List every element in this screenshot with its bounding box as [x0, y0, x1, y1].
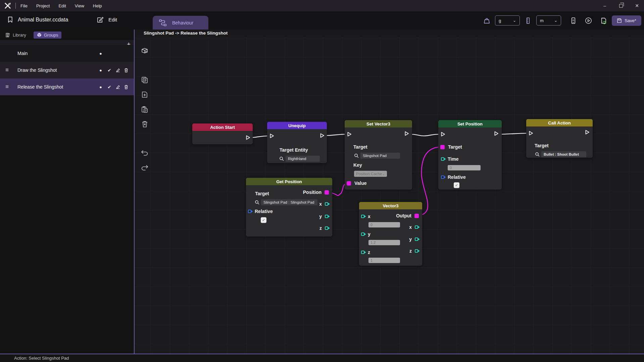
z-in-port[interactable] — [361, 251, 364, 254]
check-icon[interactable]: ✔ — [106, 67, 113, 73]
close-button[interactable]: ✕ — [633, 1, 641, 10]
chevron-down-icon: ⌄ — [513, 18, 516, 23]
edit-icon — [97, 16, 104, 23]
relative-checkbox[interactable]: ✔ — [261, 217, 266, 223]
time-in-port[interactable] — [441, 157, 444, 161]
exec-in-port[interactable] — [347, 132, 352, 137]
node-action-start[interactable]: Action Start — [192, 123, 253, 144]
edit-mode-button[interactable]: Edit — [97, 16, 117, 23]
node-canvas[interactable]: Slingshot Pad -> Release the Slingshot — [135, 30, 644, 354]
rename-icon[interactable] — [114, 84, 121, 90]
y-in-port[interactable] — [361, 232, 364, 236]
z-out-port[interactable] — [415, 249, 418, 253]
z-out-port[interactable] — [325, 226, 328, 230]
x-out-port[interactable] — [415, 225, 418, 229]
node-get-position[interactable]: Get Position Target Slingshot Pad : Slin… — [246, 178, 332, 237]
node-title: Get Position — [246, 178, 332, 185]
length-unit-select[interactable]: m ⌄ — [536, 15, 561, 25]
delete-node-button[interactable] — [141, 120, 149, 128]
copy-button[interactable] — [141, 76, 149, 84]
group-row-release-the-slingshot[interactable]: ≡ Release the Slingshot ● ✔ — [0, 79, 134, 95]
rename-icon[interactable] — [114, 67, 121, 73]
wire-setvector3-setposition — [410, 134, 440, 136]
redo-button[interactable] — [141, 164, 149, 172]
drag-handle-icon[interactable]: ≡ — [5, 84, 8, 90]
paste-button[interactable] — [141, 105, 149, 113]
target-field[interactable]: Slingshot Pad — [360, 153, 400, 159]
add-node-button[interactable] — [141, 91, 149, 99]
x-input[interactable]: 0 — [368, 222, 400, 227]
node-title: Vector3 — [359, 202, 422, 209]
sidebar-tabs: Library Groups — [2, 31, 61, 39]
device-preview-icon[interactable] — [570, 17, 577, 24]
node-set-vector3[interactable]: Set Vector3 Target Slingshot Pad Key Pos… — [345, 120, 412, 190]
node-palette-button[interactable] — [141, 47, 149, 55]
relative-checkbox[interactable]: ✔ — [454, 183, 459, 188]
delete-icon[interactable] — [123, 67, 130, 73]
menu-edit[interactable]: Edit — [58, 3, 66, 8]
menu-help[interactable]: Help — [93, 3, 102, 8]
x-in-port[interactable] — [361, 215, 364, 218]
value-in-port[interactable] — [347, 181, 351, 186]
x-out-port[interactable] — [325, 202, 328, 206]
menu-project[interactable]: Project — [36, 3, 50, 8]
restore-button[interactable] — [616, 1, 625, 10]
target-in-port[interactable] — [440, 145, 445, 149]
exec-in-port[interactable] — [269, 133, 275, 139]
group-active-dot-icon[interactable]: ● — [97, 50, 104, 57]
relative-in-port[interactable] — [441, 175, 444, 179]
y-input[interactable]: 1.2 — [368, 240, 400, 245]
drag-handle-icon[interactable]: ≡ — [5, 67, 8, 73]
key-label: Key — [353, 162, 362, 168]
relative-in-port[interactable] — [248, 210, 251, 213]
bookmark-icon — [7, 16, 14, 23]
save-button[interactable]: Save* — [612, 15, 641, 26]
node-vector3[interactable]: Vector3 x 0 y 1.2 z 1 Outp — [359, 202, 422, 266]
weight-unit-select[interactable]: g ⌄ — [495, 15, 520, 25]
search-icon — [279, 156, 284, 161]
target-entity-field[interactable]: RightHand — [286, 156, 320, 162]
breadcrumb[interactable]: Slingshot Pad -> Release the Slingshot — [144, 31, 228, 36]
exec-out-port[interactable] — [404, 131, 409, 136]
exec-out-port[interactable] — [245, 135, 251, 140]
z-input[interactable]: 1 — [368, 258, 400, 263]
exec-out-port[interactable] — [585, 130, 590, 135]
time-input[interactable]: 0 — [448, 165, 481, 170]
y-out-port[interactable] — [325, 215, 328, 218]
position-out-port[interactable] — [325, 190, 329, 195]
y-out-port[interactable] — [415, 238, 418, 241]
node-unequip[interactable]: Unequip Target Entity RightHand — [267, 122, 327, 163]
library-icon — [5, 33, 10, 38]
node-set-position[interactable]: Set Position Target Time 0 Relative ✔ — [438, 120, 502, 190]
delete-icon[interactable] — [123, 84, 130, 90]
node-call-action[interactable]: Call Action Target Bullet : Shoot Bullet — [526, 119, 593, 158]
time-label: Time — [448, 156, 458, 162]
save-sync-icon[interactable] — [600, 17, 607, 24]
restore-icon — [619, 4, 623, 8]
play-icon[interactable] — [585, 17, 592, 24]
check-icon[interactable]: ✔ — [106, 84, 113, 90]
target-field[interactable]: Bullet : Shoot Bullet — [541, 151, 586, 157]
target-label: Target — [255, 191, 269, 196]
minimize-button[interactable]: – — [600, 1, 609, 10]
exec-out-port[interactable] — [319, 133, 325, 138]
node-title: Unequip — [267, 122, 327, 129]
exec-in-port[interactable] — [528, 131, 534, 136]
output-port[interactable] — [414, 214, 419, 218]
tab-behaviour[interactable]: Behaviour — [153, 16, 208, 30]
target-field[interactable]: Slingshot Pad : Slingshot Pad — [261, 199, 317, 205]
exec-out-port[interactable] — [494, 131, 499, 136]
group-active-dot-icon[interactable]: ● — [97, 67, 104, 73]
menu-view[interactable]: View — [75, 3, 84, 8]
tab-library[interactable]: Library — [2, 32, 30, 39]
exec-in-port[interactable] — [440, 132, 446, 137]
canvas-toolbar — [141, 47, 149, 172]
key-dropdown[interactable]: Position Cache ⌄ — [354, 171, 387, 177]
menu-file[interactable]: File — [20, 3, 28, 8]
group-row-main[interactable]: Main ● — [0, 45, 134, 62]
group-active-dot-icon[interactable]: ● — [97, 84, 104, 90]
group-row-draw-the-slingshot[interactable]: ≡ Draw the Slingshot ● ✔ — [0, 62, 134, 79]
weight-unit-value: g — [499, 18, 501, 23]
tab-groups[interactable]: Groups — [34, 32, 62, 39]
undo-button[interactable] — [141, 149, 149, 157]
